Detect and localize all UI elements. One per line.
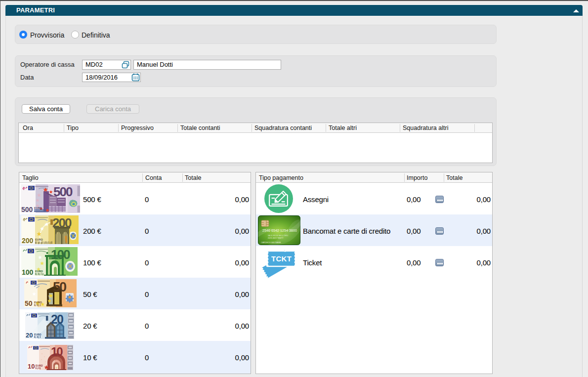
svg-text:EURO: EURO: [34, 207, 42, 209]
svg-text:500: 500: [21, 206, 33, 213]
svg-text:100: 100: [22, 268, 34, 276]
svg-text:200: 200: [52, 215, 72, 230]
svg-text:20: 20: [26, 332, 33, 339]
svg-text:10: 10: [28, 363, 35, 370]
svg-text:CARDHOLDER NAME: CARDHOLDER NAME: [261, 241, 281, 244]
svg-text:20/15 46/17 MM/YY: 20/15 46/17 MM/YY: [268, 237, 284, 239]
svg-text:200: 200: [22, 237, 34, 244]
svg-text:EURO: EURO: [34, 333, 42, 336]
svg-text:20: 20: [51, 312, 63, 326]
svg-text:EURO: EURO: [35, 270, 43, 273]
svg-text:EURO: EURO: [34, 301, 42, 304]
svg-text:2546 6542 1254 3600: 2546 6542 1254 3600: [262, 228, 297, 233]
svg-text:EURO: EURO: [35, 238, 43, 241]
svg-text:VALID FROM VALID THRU: VALID FROM VALID THRU: [268, 235, 289, 237]
svg-text:50: 50: [25, 299, 33, 307]
svg-text:10: 10: [51, 345, 63, 358]
svg-text:100: 100: [51, 247, 70, 262]
svg-text:EURO: EURO: [36, 364, 43, 367]
svg-text:50: 50: [53, 280, 66, 294]
svg-text:500: 500: [53, 184, 73, 199]
svg-text:TCKT: TCKT: [271, 254, 292, 263]
